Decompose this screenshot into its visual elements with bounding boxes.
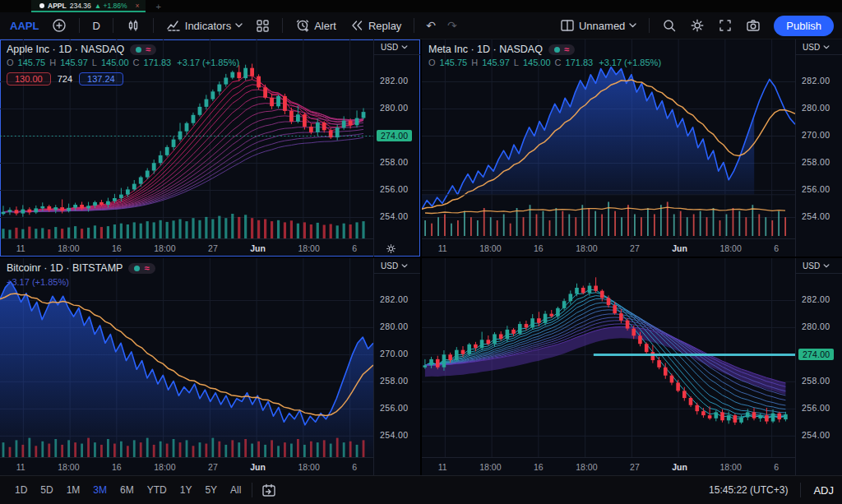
chevron-down-icon [823,45,830,49]
range-button-1d[interactable]: 1D [8,481,34,499]
go-to-date-button[interactable] [257,480,281,501]
price-tick: 256.00 [802,184,830,194]
snapshot-button[interactable] [741,16,766,35]
price-chip-high[interactable]: 137.24 [79,72,123,86]
range-button-1m[interactable]: 1M [60,481,87,499]
range-button-1y[interactable]: 1Y [173,481,199,499]
chart-canvas[interactable]: Meta Inc · 1D · NASDAQ ≈ O145.75 H145.97… [422,39,795,238]
pane-title[interactable]: Apple Inc · 1D · NASDAQ [7,44,124,55]
gear-icon [690,18,705,33]
price-axis[interactable]: USD 282.00280.00274.00258.00256.00254.00 [373,39,420,257]
time-tick: 18:00 [298,462,319,472]
range-switcher: 1D5D1M3M6MYTD1Y5YAll [8,481,248,499]
price-chip-low[interactable]: 130.00 [7,72,51,86]
undo-button[interactable]: ↶ [422,19,440,32]
tab-symbol: APPL [48,2,67,10]
time-tick: 16 [534,243,544,253]
symbol-button[interactable]: AAPL [8,20,44,32]
area-chart[interactable] [422,39,795,238]
layout-select-button[interactable]: Unnamed [555,16,641,35]
currency-selector[interactable]: USD [374,39,420,55]
currency-selector[interactable]: USD [796,258,842,274]
currency-selector[interactable]: USD [796,39,842,55]
bottom-toolbar: 1D5D1M3M6MYTD1Y5YAll 15:45:22 (UTC+3) AD… [0,475,842,504]
axis-settings-gear-icon[interactable] [386,243,396,254]
price-label-highlight: 274.00 [798,349,834,360]
quick-search-button[interactable] [657,15,682,36]
price-axis[interactable]: USD 282.00280.00270.00258.00256.00254.00 [373,258,420,475]
main-toolbar: AAPL D Indicators [0,12,842,39]
toolbar-divider [649,18,650,33]
toolbar-divider [414,18,414,33]
toolbar-divider [282,18,283,33]
redo-button[interactable]: ↷ [443,19,461,32]
status-pill[interactable]: ≈ [130,44,156,55]
time-tick: 11 [16,462,25,472]
ohlc-row: O145.75 H145.97 L145.00 C171.83 +3.17 (+… [7,58,239,67]
range-button-6m[interactable]: 6M [113,481,141,499]
tab-close-icon[interactable]: × [136,2,140,10]
chart-pane-aapl[interactable]: Apple Inc · 1D · NASDAQ ≈ O145.75 H145.9… [0,39,420,257]
status-pill[interactable]: ≈ [548,44,575,55]
alert-button[interactable]: Alert [290,15,341,36]
price-tick: 280.00 [380,103,409,113]
chart-canvas[interactable]: Apple Inc · 1D · NASDAQ ≈ O145.75 H145.9… [0,39,373,238]
chart-pane-meta[interactable]: Meta Inc · 1D · NASDAQ ≈ O145.75 H145.97… [422,39,842,257]
toolbar-divider [113,18,113,33]
price-tick: 256.00 [380,403,409,413]
time-tick: 18:00 [58,462,79,472]
time-tick: 16 [534,462,544,472]
time-axis[interactable]: 1118:001618:0027Jun18:006 [422,457,795,475]
alert-chips-row: 130.00 724 137.24 [7,72,239,86]
pane-title[interactable]: Bitcoinr · 1D · BITSTAMP [7,262,123,274]
price-tick: 280.00 [802,103,830,113]
change-value: +3.17 (+1.85%) [177,58,239,67]
browser-tab[interactable]: APPL 234.36 ▲ +1.86% × [31,0,146,12]
publish-button[interactable]: Publish [774,16,834,36]
price-axis[interactable]: USD 282.00280.00274.00258.00256.00254.00 [795,258,842,475]
area-chart[interactable] [0,258,373,457]
price-axis[interactable]: USD 282.00280.00270.00258.00256.00254.00 [795,39,842,257]
replay-button[interactable]: Replay [345,16,406,35]
pane-legend: Meta Inc · 1D · NASDAQ ≈ O145.75 H145.97… [428,44,661,67]
settings-button[interactable] [685,15,710,36]
range-button-all[interactable]: All [224,481,248,499]
adjusted-data-toggle[interactable]: ADJ [813,484,834,497]
search-icon [662,18,677,33]
status-pill[interactable]: ≈ [128,263,155,274]
interval-button[interactable]: D [87,16,104,35]
compare-add-button[interactable] [47,15,72,36]
currency-selector[interactable]: USD [374,258,420,274]
range-button-5y[interactable]: 5Y [198,481,224,499]
chart-canvas[interactable]: Bitcoinr · 1D · BITSTAMP ≈ +3.17 (+1.85%… [0,258,373,457]
range-button-ytd[interactable]: YTD [141,481,173,499]
indicators-button[interactable]: Indicators [161,15,248,36]
price-tick: 282.00 [380,294,409,304]
indicator-templates-button[interactable] [251,16,275,36]
chart-pane-bitcoin[interactable]: Bitcoinr · 1D · BITSTAMP ≈ +3.17 (+1.85%… [0,258,420,475]
chart-grid: Apple Inc · 1D · NASDAQ ≈ O145.75 H145.9… [0,39,842,475]
range-button-5d[interactable]: 5D [34,481,59,499]
pane-title[interactable]: Meta Inc · 1D · NASDAQ [428,44,543,55]
layout-name: Unnamed [579,20,625,32]
time-tick: Jun [250,462,266,472]
trading-app: APPL 234.36 ▲ +1.86% × + AAPL D [0,0,842,504]
apple-logo-icon [39,3,44,8]
time-axis[interactable]: 1118:001618:0027Jun18:006 [422,238,795,257]
price-tick: 258.00 [380,376,409,386]
range-button-3m[interactable]: 3M [86,481,113,499]
time-tick: 11 [16,243,25,253]
server-clock[interactable]: 15:45:22 (UTC+3) [709,484,788,496]
chart-canvas[interactable] [422,258,795,457]
new-tab-button[interactable]: + [146,0,170,12]
chart-style-button[interactable] [121,15,146,36]
time-axis[interactable]: 1118:001618:0027Jun18:006 [0,238,373,257]
signal-wave-icon: ≈ [564,45,569,54]
time-axis[interactable]: 1118:001618:0027Jun18:006 [0,457,373,475]
market-open-dot-icon [134,266,140,271]
chart-pane-btc-candles[interactable]: 1118:001618:0027Jun18:006 USD 282.00280.… [422,258,842,475]
time-tick: Jun [672,243,687,253]
fullscreen-button[interactable] [713,15,738,36]
replay-label: Replay [368,20,401,32]
candlestick-chart[interactable] [422,258,795,457]
